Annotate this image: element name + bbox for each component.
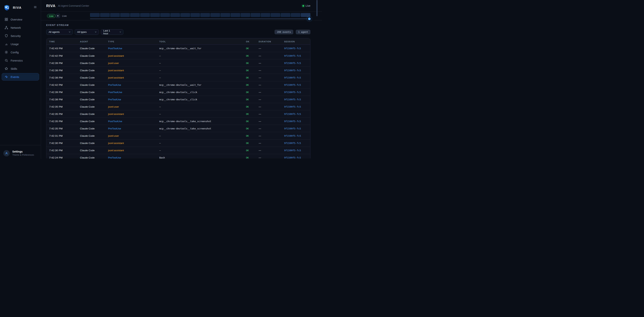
timeline-segment[interactable] <box>140 13 150 17</box>
sidebar-item-network[interactable]: Network <box>2 24 39 31</box>
table-row[interactable]: 7:42:35 PMClaude Codejsonl:user—OK—9f159… <box>46 103 310 110</box>
timeline-segment[interactable] <box>240 13 250 17</box>
cell-duration: — <box>259 149 284 152</box>
timeline-segment[interactable] <box>220 13 230 17</box>
avatar <box>3 150 10 156</box>
sidebar-item-security[interactable]: Security <box>2 32 39 40</box>
menu-icon[interactable] <box>33 6 37 9</box>
table-row[interactable]: 7:42:42 PMClaude Codejsonl:assistant—OK—… <box>46 52 310 59</box>
table-row[interactable]: 7:42:30 PMClaude Codejsonl:assistant—OK—… <box>46 147 310 154</box>
table-row[interactable]: 7:42:38 PMClaude Codejsonl:assistant—OK—… <box>46 67 310 74</box>
type-filter-value: All types <box>77 31 87 33</box>
cell-tool: — <box>159 69 246 72</box>
session-link[interactable]: 9f1590f5-fc5 <box>284 134 310 137</box>
timeline-segment[interactable] <box>130 13 140 17</box>
session-link[interactable]: 9f1590f5-fc5 <box>284 47 310 50</box>
timeline-segment[interactable] <box>270 13 280 17</box>
cell-tool: mcp__chrome-devtools__take_screenshot <box>159 127 246 130</box>
table-row[interactable]: 7:42:35 PMClaude Codejsonl:assistant—OK—… <box>46 110 310 118</box>
session-link[interactable]: 9f1590f5-fc5 <box>284 113 310 115</box>
session-link[interactable]: 9f1590f5-fc5 <box>284 69 310 72</box>
cell-time: 7:42:24 PM <box>49 156 80 159</box>
timeline-bar: Live Live <box>41 12 322 21</box>
session-link[interactable]: 9f1590f5-fc5 <box>284 91 310 94</box>
cell-duration: — <box>259 76 284 79</box>
timeline-segment[interactable] <box>230 13 240 17</box>
cell-time: 7:42:31 PM <box>49 134 80 137</box>
session-link[interactable]: 9f1590f5-fc5 <box>284 142 310 145</box>
table-row[interactable]: 7:42:35 PMClaude CodePostToolUsemcp__chr… <box>46 118 310 125</box>
timeline-segment[interactable] <box>261 13 270 17</box>
table-row[interactable]: 7:42:38 PMClaude Codejsonl:assistant—OK—… <box>46 74 310 81</box>
table-row[interactable]: 7:42:38 PMClaude CodePreToolUsemcp__chro… <box>46 96 310 103</box>
session-link[interactable]: 9f1590f5-fc5 <box>284 120 310 123</box>
session-link[interactable]: 9f1590f5-fc5 <box>284 149 310 152</box>
table-row[interactable]: 7:42:39 PMClaude CodePostToolUsemcp__chr… <box>46 88 310 96</box>
sidebar-item-events[interactable]: Events <box>2 73 39 81</box>
table-row[interactable]: 7:42:30 PMClaude Codejsonl:assistant—OK—… <box>46 139 310 147</box>
table-row[interactable]: 7:42:42 PMClaude CodePreToolUsemcp__chro… <box>46 81 310 88</box>
sidebar-item-overview[interactable]: Overview <box>2 16 39 23</box>
table-row[interactable]: 7:42:35 PMClaude CodePreToolUsemcp__chro… <box>46 125 310 132</box>
live-status-label: Live <box>306 4 310 7</box>
scrollbar-thumb[interactable] <box>316 0 318 16</box>
agent-filter-select[interactable]: All agents <box>46 29 73 35</box>
timeline-segment[interactable] <box>120 13 130 17</box>
settings-entry[interactable]: Settings Theme & Preferences <box>0 145 41 159</box>
timeline-segment[interactable] <box>210 13 220 17</box>
cell-duration: — <box>259 134 284 137</box>
timeline-segment[interactable] <box>301 13 310 17</box>
cell-ok-status: OK <box>246 84 259 86</box>
sidebar-item-config[interactable]: Config <box>2 49 39 56</box>
timeline-segment[interactable] <box>110 13 120 17</box>
session-link[interactable]: 9f1590f5-fc5 <box>284 76 310 79</box>
session-link[interactable]: 9f1590f5-fc5 <box>284 105 310 108</box>
sidebar-item-usage[interactable]: Usage <box>2 40 39 48</box>
session-link[interactable]: 9f1590f5-fc5 <box>284 84 310 86</box>
cell-agent: Claude Code <box>80 156 108 159</box>
session-link[interactable]: 9f1590f5-fc5 <box>284 156 310 159</box>
play-button[interactable] <box>56 14 60 18</box>
timeline-segment[interactable] <box>200 13 210 17</box>
time-range-select[interactable]: Last 1 hour <box>101 29 123 35</box>
timeline-slider[interactable] <box>90 19 310 19</box>
session-link[interactable]: 9f1590f5-fc5 <box>284 55 310 57</box>
cell-ok-status: OK <box>246 69 259 72</box>
shield-icon <box>4 34 8 38</box>
cell-tool: Bash <box>159 156 246 159</box>
sidebar-item-forensics[interactable]: Forensics <box>2 57 39 64</box>
timeline-segment[interactable] <box>180 13 190 17</box>
session-link[interactable]: 9f1590f5-fc5 <box>284 62 310 65</box>
section-title: EVENT STREAM <box>46 24 310 27</box>
table-row[interactable]: 7:42:31 PMClaude Codejsonl:user—OK—9f159… <box>46 132 310 139</box>
timeline-segment[interactable] <box>100 13 110 17</box>
gear-icon <box>4 50 8 54</box>
cell-ok-status: OK <box>246 47 259 50</box>
cell-tool: — <box>159 105 246 108</box>
cell-duration: — <box>259 142 284 145</box>
table-row[interactable]: 7:42:43 PMClaude CodePostToolUsemcp__chr… <box>46 45 310 52</box>
timeline-segment[interactable] <box>170 13 180 17</box>
table-row[interactable]: 7:42:39 PMClaude Codejsonl:user—OK—9f159… <box>46 59 310 67</box>
sidebar-item-skills[interactable]: Skills <box>2 65 39 72</box>
cell-agent: Claude Code <box>80 84 108 86</box>
table-row[interactable]: 7:42:24 PMClaude CodePreToolUseBashOK—9f… <box>46 154 310 159</box>
cell-duration: — <box>259 84 284 86</box>
timeline-segment[interactable] <box>291 13 300 17</box>
timeline-segment[interactable] <box>281 13 290 17</box>
column-header-agent: AGENT <box>80 41 108 43</box>
session-link[interactable]: 9f1590f5-fc5 <box>284 127 310 130</box>
cell-ok-status: OK <box>246 91 259 94</box>
timeline-slider-knob[interactable] <box>308 18 311 20</box>
type-filter-select[interactable]: All types <box>75 29 99 35</box>
live-badge[interactable]: Live <box>47 14 56 18</box>
timeline-segment[interactable] <box>150 13 160 17</box>
timeline-segment[interactable] <box>190 13 200 17</box>
timeline-segment[interactable] <box>160 13 170 17</box>
session-link[interactable]: 9f1590f5-fc5 <box>284 98 310 101</box>
timeline-segment[interactable] <box>251 13 260 17</box>
riva-app: RIVA OverviewNetworkSecurityUsageConfigF… <box>0 0 322 159</box>
timeline-segment[interactable] <box>90 13 100 17</box>
cell-tool: mcp__chrome-devtools__wait_for <box>159 84 246 86</box>
timeline-mode-label: Live <box>62 15 67 17</box>
